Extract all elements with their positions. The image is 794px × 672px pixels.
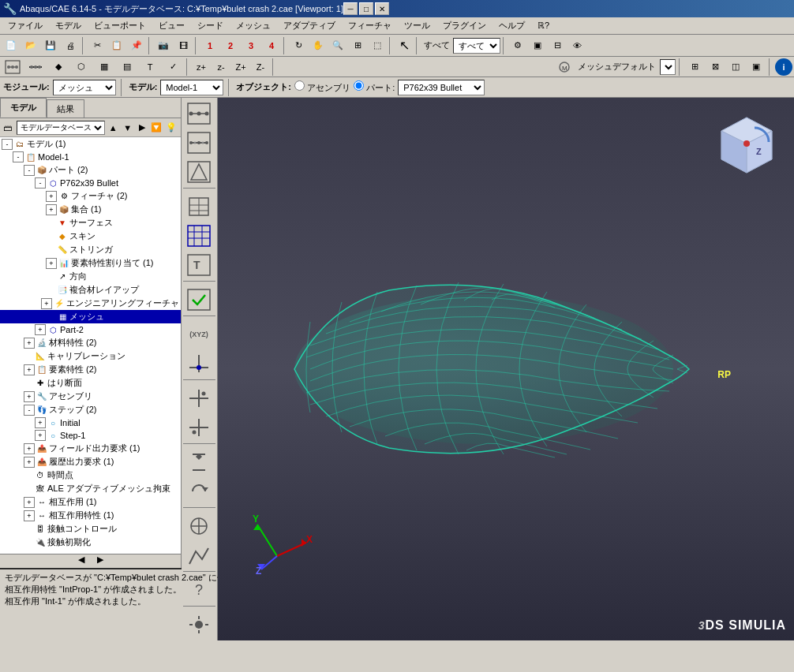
tree-node-eng-feature[interactable]: + ⚡ エンジニアリングフィーチャ — [0, 297, 181, 310]
vtb-verify-mesh[interactable] — [183, 286, 215, 314]
vtb-sketch[interactable] — [183, 541, 215, 569]
menu-item-アダプティブ[interactable]: アダプティブ — [277, 18, 342, 33]
info-btn[interactable]: i — [775, 58, 792, 76]
menu-item-シード[interactable]: シード — [191, 18, 230, 33]
open-button[interactable]: 📂 — [21, 37, 40, 54]
vtb-seed2[interactable] — [183, 129, 215, 157]
num4-button[interactable]: 4 — [262, 37, 281, 54]
mesh-tool3[interactable]: Z+ — [231, 58, 250, 76]
expand-steps[interactable]: - — [24, 405, 35, 416]
expand-elem-type[interactable]: + — [46, 258, 57, 269]
tree-node-stringer[interactable]: 📏 ストリンガ — [0, 243, 181, 256]
rotate-view[interactable]: ↻ — [289, 37, 308, 54]
tree-node-initial[interactable]: + ○ Initial — [0, 416, 181, 429]
camera-button[interactable]: 📷 — [154, 37, 173, 54]
tree-scroll-right[interactable]: ▶ — [91, 554, 110, 568]
camera2-button[interactable]: 🎞 — [174, 37, 193, 54]
expand-features[interactable]: + — [46, 191, 57, 202]
tree-node-history-output[interactable]: + 📤 履歴出力要求 (1) — [0, 455, 181, 469]
expand-assembly[interactable]: + — [24, 391, 35, 402]
part-radio-label[interactable]: パート: — [354, 80, 395, 94]
tree-node-skin[interactable]: ◆ スキン — [0, 230, 181, 243]
tree-node-interactions[interactable]: + ↔ 相互作用 (1) — [0, 495, 181, 509]
tree-node-model-root[interactable]: - 🗂 モデル (1) — [0, 137, 181, 151]
expand-field-output[interactable]: + — [24, 443, 35, 454]
verify-mesh[interactable]: ✓ — [162, 58, 184, 76]
vtb-options[interactable] — [183, 610, 215, 639]
expand-materials[interactable]: + — [24, 338, 35, 349]
part-select[interactable]: P762x39 Bullet — [398, 80, 485, 95]
show-hide[interactable]: 👁 — [567, 37, 586, 54]
mesh-tool1[interactable]: z+ — [192, 58, 211, 76]
num3-button[interactable]: 3 — [242, 37, 260, 54]
elem-type-btn[interactable]: T — [139, 58, 161, 76]
tree-area[interactable]: - 🗂 モデル (1) - 📋 Model-1 - 📦 パート (2) — [0, 137, 181, 554]
tree-node-contact-control[interactable]: 🎛 接触コントロール — [0, 522, 181, 536]
tree-node-elem-type[interactable]: + 📊 要素特性割り当て (1) — [0, 256, 181, 270]
tree-node-field-output[interactable]: + 📤 フィールド出力要求 (1) — [0, 442, 181, 455]
mesh-tool2[interactable]: z- — [212, 58, 230, 76]
tree-node-cross-section[interactable]: ✚ はり断面 — [0, 376, 181, 390]
3d-viewport[interactable]: RP Z — [218, 98, 794, 640]
expand-part2[interactable]: + — [35, 324, 46, 335]
expand-sets[interactable]: + — [46, 204, 57, 215]
minimize-button[interactable]: ─ — [343, 2, 358, 15]
tree-node-features[interactable]: + ⚙ フィーチャ (2) — [0, 189, 181, 203]
menu-item-ビュー[interactable]: ビュー — [152, 18, 191, 33]
pan-view[interactable]: ✋ — [309, 37, 328, 54]
model-select[interactable]: Model-1 — [160, 80, 223, 95]
view-opts2[interactable]: ⊠ — [706, 58, 725, 76]
tree-node-assembly[interactable]: + 🔧 アセンブリ — [0, 390, 181, 403]
menu-item-ℝ?[interactable]: ℝ? — [531, 19, 556, 32]
vtb-xyz[interactable]: (XYZ) — [183, 320, 215, 349]
vtb-seed3[interactable] — [183, 158, 215, 186]
tree-info-btn[interactable]: 💡 — [165, 121, 178, 135]
mesh-defaults-btn[interactable]: M — [555, 58, 574, 76]
cut-button[interactable]: ✂ — [88, 37, 107, 54]
menu-item-ツール[interactable]: ツール — [398, 18, 436, 33]
tree-down-btn[interactable]: ▼ — [121, 121, 133, 135]
tree-node-contact-init[interactable]: 🔌 接触初期化 — [0, 536, 181, 549]
save-button[interactable]: 💾 — [41, 37, 60, 54]
tree-node-part2[interactable]: + ⬡ Part-2 — [0, 323, 181, 336]
new-button[interactable]: 📄 — [2, 37, 21, 54]
menu-item-メッシュ[interactable]: メッシュ — [230, 18, 277, 33]
maximize-button[interactable]: □ — [359, 2, 373, 15]
mesh-region[interactable]: ▤ — [116, 58, 138, 76]
tree-up-btn[interactable]: ▲ — [107, 121, 119, 135]
vtb-create-datum[interactable] — [183, 512, 215, 540]
expand-model-1[interactable]: - — [13, 151, 24, 162]
num2-button[interactable]: 2 — [221, 37, 240, 54]
paste-button[interactable]: 📌 — [127, 37, 146, 54]
tab-results[interactable]: 結果 — [47, 99, 84, 118]
mesh-tool4[interactable]: Z- — [251, 58, 270, 76]
vtb-delta[interactable] — [183, 384, 215, 413]
assembly-radio-label[interactable]: アセンブリ — [294, 80, 350, 94]
tree-node-materials[interactable]: + 🔬 材料特性 (2) — [0, 336, 181, 349]
module-select[interactable]: メッシュ — [53, 80, 116, 95]
tab-model[interactable]: モデル — [0, 98, 47, 118]
tree-node-ale[interactable]: 🕸 ALE アダプティブメッシュ拘束 — [0, 482, 181, 495]
assembly-radio[interactable] — [294, 80, 305, 91]
tree-node-parts[interactable]: - 📦 パート (2) — [0, 163, 181, 177]
tree-header-select[interactable]: モデルデータベース — [17, 121, 105, 135]
menu-item-ビューポート[interactable]: ビューポート — [88, 18, 152, 33]
tree-node-mesh[interactable]: ▦ メッシュ — [0, 310, 181, 323]
tree-node-calibration[interactable]: 📐 キャリブレーション — [0, 349, 181, 363]
seed-edge[interactable] — [24, 58, 47, 76]
expand-elem-props[interactable]: + — [24, 364, 35, 375]
menu-item-フィーチャ[interactable]: フィーチャ — [342, 18, 398, 33]
vtb-coord-entry[interactable] — [183, 349, 215, 378]
expand-initial[interactable]: + — [35, 417, 46, 428]
view-opts3[interactable]: ◫ — [726, 58, 745, 76]
tree-node-interaction-props[interactable]: + ↔ 相互作用特性 (1) — [0, 509, 181, 522]
mesh-display[interactable]: ⊟ — [548, 37, 567, 54]
tree-node-time-points[interactable]: ⏱ 時間点 — [0, 469, 181, 482]
num1-button[interactable]: 1 — [200, 37, 219, 54]
vtb-mesh-part[interactable] — [183, 222, 215, 250]
close-button[interactable]: ✕ — [375, 2, 389, 15]
vtb-seed1[interactable] — [183, 99, 215, 128]
expand-model-root[interactable]: - — [2, 139, 13, 150]
vtb-normal[interactable] — [183, 413, 215, 442]
fit-view[interactable]: ⊞ — [348, 37, 367, 54]
